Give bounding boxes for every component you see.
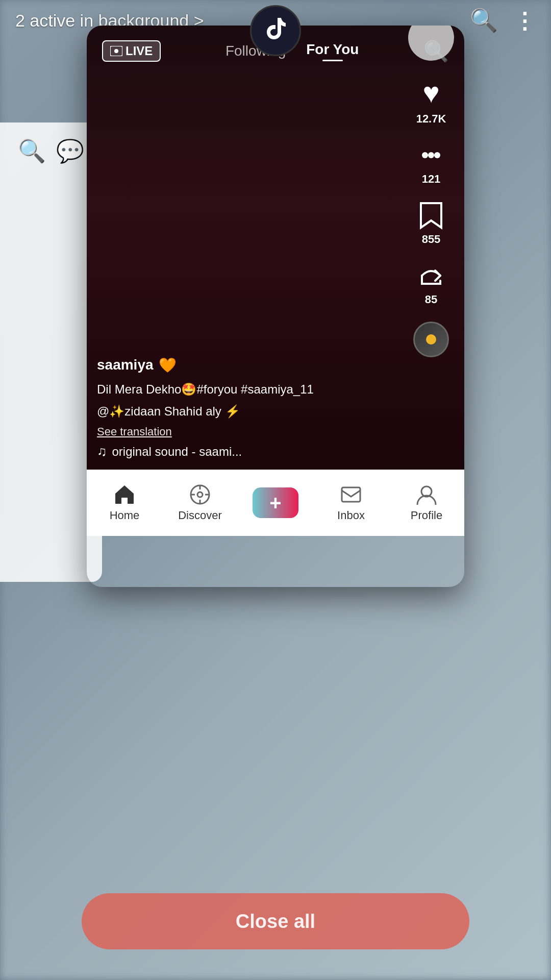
active-tab-underline: [322, 60, 343, 61]
bookmark-count: 855: [422, 233, 441, 246]
music-note-icon: ♫: [97, 444, 107, 459]
svg-point-3: [428, 152, 434, 158]
dots-icon-status[interactable]: ⋮: [513, 8, 536, 34]
comment-icon: [417, 141, 445, 169]
close-all-label: Close all: [236, 911, 315, 933]
tiktok-logo[interactable]: [250, 5, 301, 56]
plus-icon: +: [269, 492, 281, 514]
share-count: 85: [425, 293, 437, 306]
video-caption: Dil Mera Dekho🤩#foryou #saamiya_11: [97, 381, 403, 398]
live-badge[interactable]: LIVE: [102, 40, 161, 62]
right-actions: ♥ 12.7K 121 855: [408, 26, 454, 357]
share-action[interactable]: 85: [417, 261, 445, 306]
music-disc: [413, 322, 449, 357]
music-disc-container[interactable]: [413, 322, 449, 357]
inbox-label: Inbox: [337, 509, 365, 522]
username-row: saamiya 🧡: [97, 357, 403, 374]
nav-home[interactable]: Home: [87, 483, 162, 522]
left-message-icon[interactable]: 💬: [56, 138, 84, 164]
svg-point-6: [197, 492, 203, 497]
left-search-icon[interactable]: 🔍: [18, 138, 46, 164]
home-label: Home: [110, 509, 140, 522]
bookmark-icon: [418, 201, 444, 230]
nav-inbox[interactable]: Inbox: [313, 483, 389, 522]
video-info: saamiya 🧡 Dil Mera Dekho🤩#foryou #saamiy…: [97, 357, 403, 459]
status-icons: 🔍 ⋮: [470, 7, 536, 34]
svg-point-2: [422, 152, 428, 158]
left-panel-icons: 🔍 💬: [18, 138, 84, 164]
nav-profile[interactable]: Profile: [389, 483, 464, 522]
profile-icon: [415, 483, 438, 506]
tiktok-window: LIVE Following For You 🔍: [87, 26, 464, 587]
inbox-icon: [340, 483, 362, 506]
see-translation[interactable]: See translation: [97, 425, 403, 438]
close-all-button[interactable]: Close all: [82, 893, 469, 949]
plus-button[interactable]: +: [253, 487, 298, 518]
svg-point-4: [434, 152, 440, 158]
svg-point-1: [114, 49, 118, 53]
music-disc-center: [426, 334, 436, 345]
search-icon-status[interactable]: 🔍: [470, 7, 498, 34]
discover-label: Discover: [178, 509, 222, 522]
bottom-nav: Home Discover + Inbox: [87, 470, 464, 536]
username: saamiya: [97, 357, 154, 373]
tab-for-you[interactable]: For You: [306, 41, 359, 61]
heart-icon: ♥: [422, 76, 439, 109]
profile-label: Profile: [411, 509, 442, 522]
sound-name[interactable]: original sound - saami...: [112, 445, 242, 459]
nav-discover[interactable]: Discover: [162, 483, 238, 522]
discover-icon: [189, 483, 211, 506]
sound-row: ♫ original sound - saami...: [97, 444, 403, 459]
video-mention: @✨zidaan Shahid aly ⚡: [97, 403, 403, 420]
share-icon: [417, 261, 445, 290]
creator-avatar: [408, 26, 454, 61]
live-label: LIVE: [126, 44, 153, 58]
home-icon: [113, 483, 136, 506]
tiktok-logo-icon: [262, 14, 290, 47]
comment-count: 121: [422, 173, 441, 186]
nav-plus[interactable]: +: [238, 487, 313, 518]
video-area[interactable]: LIVE Following For You 🔍: [87, 26, 464, 470]
username-emoji: 🧡: [159, 357, 177, 374]
like-count: 12.7K: [416, 112, 446, 126]
creator-avatar-container[interactable]: [408, 26, 454, 61]
bookmark-action[interactable]: 855: [418, 201, 444, 246]
like-action[interactable]: ♥ 12.7K: [416, 76, 446, 126]
svg-rect-11: [342, 487, 360, 502]
comment-action[interactable]: 121: [417, 141, 445, 186]
